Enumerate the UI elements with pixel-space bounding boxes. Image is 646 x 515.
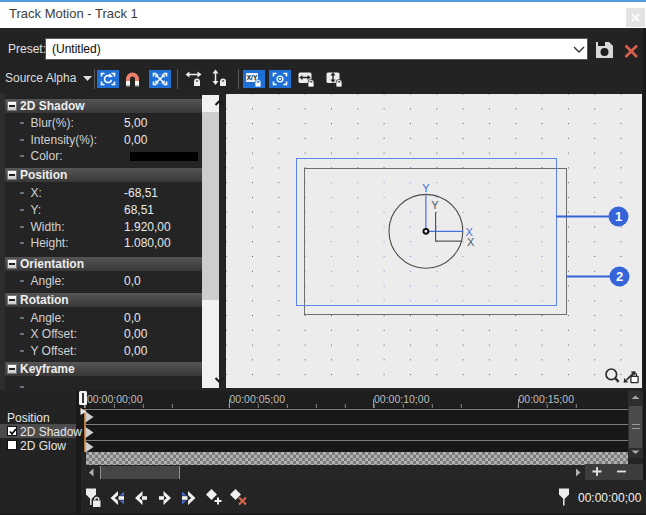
svg-text:X: X: [467, 236, 475, 248]
svg-text:Y: Y: [431, 199, 439, 211]
svg-text:Y: Y: [422, 182, 430, 194]
svg-text:2: 2: [616, 269, 623, 284]
svg-text:1: 1: [615, 209, 622, 224]
